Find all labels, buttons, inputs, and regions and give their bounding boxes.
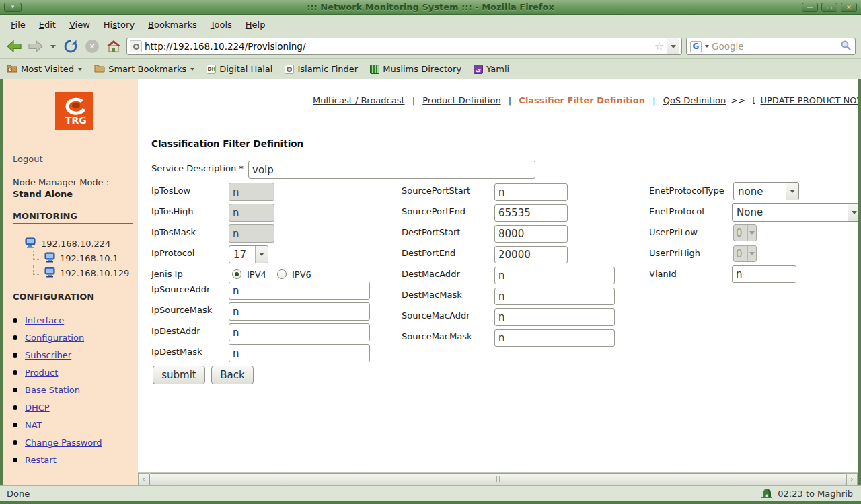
scroll-left-icon[interactable] (138, 473, 149, 485)
close-button[interactable] (841, 3, 857, 12)
menu-edit[interactable]: Edit (32, 17, 63, 32)
tree-node-child[interactable]: 192.168.10.1 (33, 251, 138, 265)
sourcemacmask-field[interactable] (494, 329, 615, 347)
chevron-down-icon (255, 246, 268, 263)
ipdestmask-field[interactable] (229, 344, 370, 362)
iptoslow-field[interactable] (229, 183, 274, 201)
home-icon[interactable] (105, 38, 122, 55)
bookmark-most-visited[interactable]: Most Visited (7, 64, 82, 75)
window-title: ::: Network Monitoring System ::: - Mozi… (0, 2, 861, 12)
ipsourceaddr-field[interactable] (229, 282, 370, 300)
destportend-field[interactable] (494, 246, 568, 263)
window-menu-icon[interactable] (4, 3, 22, 12)
destmacaddr-label: DestMacAddr (402, 269, 460, 279)
breadcrumb-multicast-broadcast[interactable]: Multicast / Broadcast (313, 95, 405, 106)
breadcrumb-product-definition[interactable]: Product Definition (422, 95, 500, 106)
page-content: Multicast / Broadcast | Product Definiti… (138, 79, 858, 472)
scroll-right-icon[interactable] (846, 473, 858, 485)
destportstart-label: DestPortStart (402, 227, 460, 237)
computer-icon (44, 252, 56, 265)
submit-button[interactable]: submit (153, 366, 205, 384)
search-engine-dropdown-icon[interactable] (705, 45, 709, 48)
iptosmask-field[interactable] (229, 224, 274, 243)
chevron-down-icon (848, 204, 858, 221)
sourcemacaddr-field[interactable] (494, 308, 615, 326)
menu-tools[interactable]: Tools (204, 17, 239, 32)
list-item: Change Password (13, 437, 138, 448)
url-bar (126, 38, 682, 55)
iptoshigh-field[interactable] (229, 204, 274, 222)
window-bottom-edge (0, 501, 861, 504)
reload-icon[interactable] (62, 38, 79, 55)
destmacaddr-field[interactable] (494, 267, 615, 284)
enetprotocol-select[interactable]: None (732, 203, 858, 222)
menu-bookmarks[interactable]: Bookmarks (141, 17, 204, 32)
maximize-button[interactable] (821, 3, 837, 12)
chevron-down-icon (747, 246, 756, 261)
bookmark-smart-bookmarks[interactable]: Smart Bookmarks (94, 64, 194, 75)
service-description-field[interactable] (248, 161, 535, 179)
sidebar-link-interface[interactable]: Interface (25, 315, 64, 325)
ipprotocol-select[interactable]: 17 (229, 245, 268, 263)
sidebar-link-subscriber[interactable]: Subscriber (25, 350, 71, 360)
search-engine-icon[interactable]: G (690, 41, 702, 52)
stop-icon[interactable] (83, 38, 101, 55)
ipsourcemask-field[interactable] (229, 302, 370, 321)
sourceportend-field[interactable] (494, 204, 568, 222)
menu-bar: File Edit View History Bookmarks Tools H… (0, 15, 861, 34)
url-input[interactable] (145, 41, 652, 52)
sidebar-link-base-station[interactable]: Base Station (25, 385, 80, 395)
search-input[interactable] (712, 41, 837, 52)
sidebar-link-restart[interactable]: Restart (25, 455, 57, 465)
sidebar-link-dhcp[interactable]: DHCP (25, 403, 50, 413)
sourceportstart-field[interactable] (494, 183, 568, 201)
vlanid-field[interactable] (732, 265, 796, 283)
url-dropdown-icon[interactable] (667, 38, 679, 54)
sidebar-link-nat[interactable]: NAT (25, 420, 42, 430)
ipdestaddr-field[interactable] (229, 323, 370, 341)
enetprotocoltype-select[interactable]: none (733, 182, 799, 200)
logout-link[interactable]: Logout (13, 154, 43, 164)
menu-help[interactable]: Help (239, 17, 272, 32)
menu-history[interactable]: History (97, 17, 141, 32)
sourceportend-label: SourcePortEnd (402, 206, 465, 216)
bookmark-digital-halal[interactable]: DH Digital Halal (207, 64, 272, 74)
iptoslow-label: IpTosLow (151, 185, 190, 196)
back-icon[interactable] (5, 38, 23, 55)
destportstart-field[interactable] (494, 225, 568, 243)
breadcrumb-update-product-now[interactable]: UPDATE PRODUCT NOW (761, 95, 858, 106)
status-bar: Done 02:23 to Maghrib (0, 485, 861, 501)
sidebar-link-configuration[interactable]: Configuration (25, 333, 84, 343)
tree-node-root[interactable]: 192.168.10.224 (25, 236, 138, 251)
destmacmask-label: DestMacMask (402, 290, 462, 300)
service-description-label: Service Description * (151, 163, 244, 173)
bookmark-muslims-directory[interactable]: Muslims Directory (370, 64, 461, 74)
sidebar-link-product[interactable]: Product (25, 368, 58, 378)
back-button[interactable]: Back (211, 366, 254, 384)
tree-node-child[interactable]: 192.168.10.129 (33, 265, 138, 280)
menu-view[interactable]: View (63, 17, 97, 32)
breadcrumb-qos-definition[interactable]: QoS Definition (663, 95, 726, 106)
list-item: DHCP (13, 403, 138, 413)
ipv6-radio-label[interactable]: IPV6 (292, 269, 311, 280)
userprilow-select[interactable]: 0 (733, 224, 757, 241)
destmacmask-field[interactable] (494, 288, 615, 305)
history-dropdown-icon[interactable] (48, 38, 58, 55)
forward-icon[interactable] (27, 38, 44, 55)
bookmark-islamic-finder[interactable]: Islamic Finder (285, 64, 358, 74)
minimize-button[interactable] (802, 3, 818, 12)
browser-window: ::: Network Monitoring System ::: - Mozi… (0, 0, 861, 504)
ipv6-radio[interactable] (277, 269, 287, 279)
bookmark-yamli[interactable]: ي Yamli (474, 64, 509, 74)
scrollbar-thumb[interactable] (149, 473, 846, 485)
magnifier-icon[interactable] (840, 40, 852, 54)
ipv4-radio-label[interactable]: IPV4 (247, 269, 266, 280)
userprihigh-select[interactable]: 0 (733, 245, 757, 262)
bookmark-star-icon[interactable] (654, 41, 664, 52)
sidebar-link-change-password[interactable]: Change Password (25, 437, 102, 448)
ipprotocol-label: IpProtocol (151, 248, 194, 258)
ipv4-radio[interactable] (232, 269, 241, 279)
computer-icon (44, 267, 56, 280)
menu-file[interactable]: File (4, 17, 32, 32)
configuration-links: Interface Configuration Subscriber Produ… (13, 315, 138, 465)
